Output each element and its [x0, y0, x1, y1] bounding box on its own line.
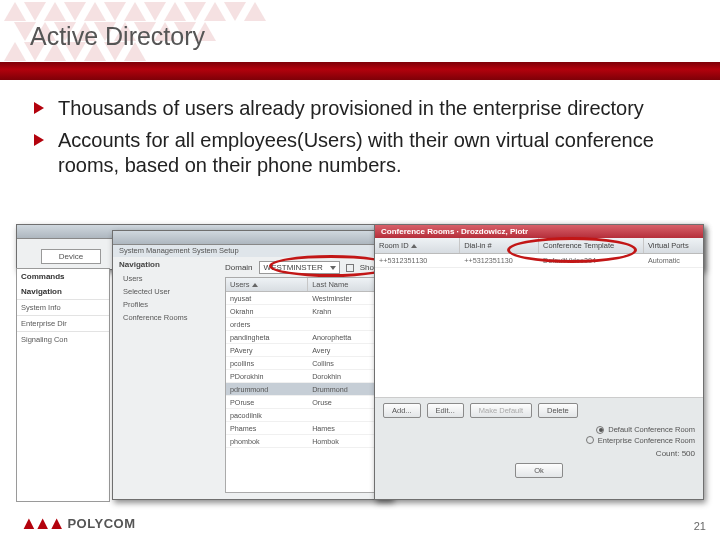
add-button[interactable]: Add... — [383, 403, 421, 418]
tab-device[interactable]: Device — [41, 249, 101, 264]
accent-band — [0, 62, 720, 80]
cell-ports: Automatic — [644, 254, 703, 267]
col-room-id[interactable]: Room ID — [375, 238, 460, 253]
window-users: System Management System Setup Navigatio… — [112, 230, 392, 500]
radio-enterprise-room[interactable]: Enterprise Conference Room — [586, 436, 695, 445]
ok-button[interactable]: Ok — [515, 463, 563, 478]
edit-button[interactable]: Edit... — [427, 403, 464, 418]
table-header: Users Last Name — [226, 278, 384, 292]
col-virtual-ports[interactable]: Virtual Ports — [644, 238, 703, 253]
page-number: 21 — [694, 520, 706, 532]
sort-caret-icon — [252, 283, 258, 287]
make-default-button[interactable]: Make Default — [470, 403, 532, 418]
sidebar-panel: Commands Navigation System Info Enterpri… — [16, 268, 110, 502]
table-row[interactable]: PhamesHames — [226, 422, 384, 435]
table-row[interactable]: PAveryAvery — [226, 344, 384, 357]
screenshot-area: X ideo Device Commands Navigation System… — [16, 224, 704, 502]
table-row[interactable]: nyusatWestminster — [226, 292, 384, 305]
col-lastname[interactable]: Last Name — [308, 278, 384, 291]
button-row: Add... Edit... Make Default Delete — [375, 398, 703, 423]
sidebar-heading-navigation: Navigation — [17, 284, 109, 299]
col-users[interactable]: Users — [226, 278, 308, 291]
radio-dot-icon — [586, 436, 594, 444]
cell-room-id: ++5312351130 — [375, 254, 460, 267]
brand-logo: ▲▲▲ POLYCOM — [20, 514, 135, 532]
sidebar-item-signaling[interactable]: Signaling Con — [17, 331, 109, 347]
window-title: Conference Rooms · Drozdowicz, Piotr — [375, 225, 703, 238]
logo-mark-icon: ▲▲▲ — [20, 514, 61, 532]
table-row[interactable]: pandinghetaAnorophetta — [226, 331, 384, 344]
table-row[interactable]: PDorokhinDorokhin — [226, 370, 384, 383]
sidebar-heading-commands: Commands — [17, 269, 109, 284]
radio-default-room[interactable]: Default Conference Room — [596, 425, 695, 434]
radio-dot-icon — [596, 426, 604, 434]
table-row[interactable]: phombokHombok — [226, 435, 384, 448]
delete-button[interactable]: Delete — [538, 403, 578, 418]
annotation-oval — [507, 237, 637, 263]
conf-table-empty — [375, 268, 703, 398]
radio-group: Default Conference Room Enterprise Confe… — [375, 423, 703, 448]
sidebar-item-enterprise-dir[interactable]: Enterprise Dir — [17, 315, 109, 331]
bullet-list: Thousands of users already provisioned i… — [30, 96, 690, 185]
ok-row: Ok — [375, 461, 703, 479]
bullet-item: Thousands of users already provisioned i… — [30, 96, 690, 122]
table-row[interactable]: pcollinsCollins — [226, 357, 384, 370]
table-row[interactable]: POruseOruse — [226, 396, 384, 409]
brand-name: POLYCOM — [67, 516, 135, 531]
table-row[interactable]: orders — [226, 318, 384, 331]
table-row[interactable]: pacodilnik — [226, 409, 384, 422]
slide-title: Active Directory — [30, 22, 205, 51]
count-label: Count: 500 — [375, 448, 703, 461]
window-header — [113, 231, 391, 245]
users-table: Users Last Name nyusatWestminster Okrahn… — [225, 277, 385, 493]
table-row[interactable]: OkrahnKrahn — [226, 305, 384, 318]
bullet-item: Accounts for all employees(Users) with t… — [30, 128, 690, 179]
footer: ▲▲▲ POLYCOM 21 — [0, 506, 720, 540]
table-row[interactable]: pdrummondDrummond — [226, 383, 384, 396]
title-bar: Active Directory — [0, 0, 720, 70]
sidebar-item-system[interactable]: System Info — [17, 299, 109, 315]
sort-caret-icon — [411, 244, 417, 248]
window-conference-rooms: Conference Rooms · Drozdowicz, Piotr Roo… — [374, 224, 704, 500]
domain-label: Domain — [225, 263, 253, 272]
